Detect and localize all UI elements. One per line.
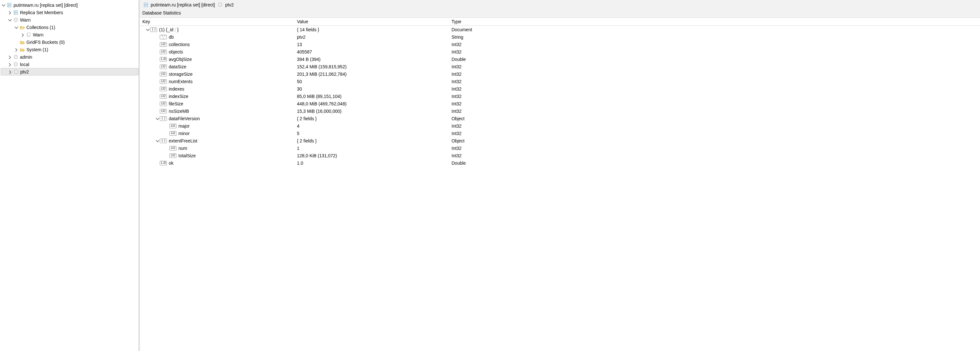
grid-key-label: dataSize bbox=[169, 64, 186, 69]
grid-key-label: indexSize bbox=[169, 94, 188, 99]
grid-cell-type: Object bbox=[449, 137, 980, 144]
grid-key-label: indexes bbox=[169, 86, 184, 91]
grid-row[interactable]: dbptv2String bbox=[140, 33, 980, 41]
grid-cell-type: Int32 bbox=[449, 93, 980, 100]
grid-cell-type: Int32 bbox=[449, 41, 980, 48]
folder-open-icon bbox=[19, 24, 25, 30]
chevron-down-icon[interactable] bbox=[154, 138, 160, 144]
breadcrumb-server[interactable]: putinteam.ru [replica set] [direct] bbox=[151, 2, 215, 7]
grid-type-label: Double bbox=[452, 57, 466, 62]
grid-cell-value: { 2 fields } bbox=[294, 115, 449, 122]
grid-row[interactable]: extentFreeList{ 2 fields }Object bbox=[140, 137, 980, 144]
grid-cell-type: Document bbox=[449, 26, 980, 33]
tree-node-collections[interactable]: Collections (1) bbox=[1, 24, 138, 31]
grid-key-label: db bbox=[169, 35, 174, 40]
grid-row[interactable]: num1Int32 bbox=[140, 144, 980, 152]
grid-row[interactable]: objects405587Int32 bbox=[140, 48, 980, 56]
server-icon bbox=[143, 2, 149, 8]
chevron-down-icon[interactable] bbox=[7, 18, 12, 22]
grid-key-label: totalSize bbox=[178, 153, 196, 158]
tree-node-server[interactable]: putinteam.ru [replica set] [direct] bbox=[1, 1, 138, 9]
tree-node-db-admin[interactable]: admin bbox=[1, 53, 138, 61]
breadcrumb-bar: putinteam.ru [replica set] [direct] ptv2… bbox=[140, 0, 980, 18]
grid-cell-type: Double bbox=[449, 56, 980, 63]
grid-row[interactable]: indexSize85,0 MiB (89,151,104)Int32 bbox=[140, 93, 980, 100]
grid-cell-key: major bbox=[140, 122, 294, 129]
server-icon bbox=[13, 10, 19, 16]
grid-cell-value: 1 bbox=[294, 144, 449, 152]
twisty-spacer bbox=[154, 35, 160, 40]
connection-tree[interactable]: putinteam.ru [replica set] [direct] Repl… bbox=[0, 0, 138, 351]
tree-node-system[interactable]: System (1) bbox=[1, 46, 138, 53]
int32-type-icon bbox=[169, 146, 177, 150]
grid-type-label: Int32 bbox=[452, 86, 461, 91]
grid-cell-key: num bbox=[140, 144, 294, 152]
double-type-icon bbox=[160, 161, 167, 165]
grid-row[interactable]: fileSize448,0 MiB (469,762,048)Int32 bbox=[140, 100, 980, 107]
grid-type-label: Int32 bbox=[452, 153, 461, 158]
chevron-down-icon[interactable] bbox=[145, 27, 150, 32]
grid-row[interactable]: storageSize201,3 MiB (211,062,784)Int32 bbox=[140, 70, 980, 78]
grid-row[interactable]: major4Int32 bbox=[140, 122, 980, 129]
grid-cell-value: 5 bbox=[294, 129, 449, 137]
grid-type-label: Int32 bbox=[452, 131, 461, 136]
grid-row[interactable]: totalSize128,0 KiB (131,072)Int32 bbox=[140, 152, 980, 159]
grid-cell-type: Int32 bbox=[449, 70, 980, 78]
twisty-spacer bbox=[154, 72, 160, 77]
tree-label: putinteam.ru [replica set] [direct] bbox=[12, 3, 78, 8]
grid-key-label: dataFileVersion bbox=[169, 116, 200, 121]
chevron-right-icon[interactable] bbox=[20, 32, 25, 37]
column-header-type[interactable]: Type bbox=[449, 18, 980, 26]
tree-label: admin bbox=[19, 54, 32, 60]
grid-row[interactable]: collections13Int32 bbox=[140, 41, 980, 48]
chevron-right-icon[interactable] bbox=[14, 47, 19, 52]
chevron-down-icon[interactable] bbox=[1, 3, 6, 8]
chevron-right-icon[interactable] bbox=[7, 10, 12, 15]
string-type-icon bbox=[160, 35, 167, 39]
grid-value-label: 15,3 MiB (16,000,000) bbox=[297, 108, 342, 114]
chevron-right-icon[interactable] bbox=[7, 69, 13, 75]
grid-row[interactable]: ok1.0Double bbox=[140, 159, 980, 167]
grid-key-label: extentFreeList bbox=[169, 138, 197, 144]
chevron-down-icon[interactable] bbox=[154, 116, 160, 121]
grid-row[interactable]: dataFileVersion{ 2 fields }Object bbox=[140, 115, 980, 122]
chevron-right-icon[interactable] bbox=[7, 62, 12, 67]
grid-row[interactable]: (1) {_id : }{ 14 fields }Document bbox=[140, 26, 980, 33]
tree-node-gridfs[interactable]: GridFS Buckets (0) bbox=[1, 38, 138, 46]
grid-type-label: Int32 bbox=[452, 101, 461, 106]
tree-node-collection-warn[interactable]: Warn bbox=[1, 31, 138, 38]
column-header-key[interactable]: Key bbox=[140, 18, 294, 26]
database-icon bbox=[13, 62, 19, 67]
grid-row[interactable]: numExtents50Int32 bbox=[140, 78, 980, 85]
column-header-value[interactable]: Value bbox=[294, 18, 449, 26]
grid-key-label: objects bbox=[169, 49, 183, 54]
tree-node-db-ptv2[interactable]: ptv2 bbox=[1, 68, 138, 75]
tree-node-db-local[interactable]: local bbox=[1, 61, 138, 68]
grid-cell-type: Int32 bbox=[449, 152, 980, 159]
grid-row[interactable]: minor5Int32 bbox=[140, 129, 980, 137]
grid-row[interactable]: indexes30Int32 bbox=[140, 85, 980, 93]
grid-value-label: 1.0 bbox=[297, 161, 303, 166]
grid-value-label: 448,0 MiB (469,762,048) bbox=[297, 101, 347, 106]
tree-node-db-warn[interactable]: Warn bbox=[1, 16, 138, 24]
grid-key-label: num bbox=[178, 146, 187, 151]
twisty-spacer bbox=[154, 79, 160, 84]
chevron-down-icon[interactable] bbox=[14, 25, 19, 30]
stats-grid[interactable]: Key Value Type (1) {_id : }{ 14 fields }… bbox=[140, 18, 980, 351]
grid-cell-key: numExtents bbox=[140, 78, 294, 85]
twisty-spacer bbox=[154, 108, 160, 114]
chevron-right-icon[interactable] bbox=[7, 54, 12, 60]
grid-cell-key: (1) {_id : } bbox=[140, 26, 294, 33]
grid-row[interactable]: nsSizeMB15,3 MiB (16,000,000)Int32 bbox=[140, 107, 980, 115]
grid-row[interactable]: dataSize152,4 MiB (159,815,952)Int32 bbox=[140, 63, 980, 70]
grid-row[interactable]: avgObjSize394 B (394)Double bbox=[140, 56, 980, 63]
breadcrumb-db[interactable]: ptv2 bbox=[225, 2, 234, 7]
grid-cell-type: Int32 bbox=[449, 129, 980, 137]
grid-value-label: 4 bbox=[297, 123, 299, 129]
tree-node-replica-members[interactable]: Replica Set Members bbox=[1, 9, 138, 16]
grid-type-label: Int32 bbox=[452, 108, 461, 114]
grid-cell-key: minor bbox=[140, 129, 294, 137]
twisty-spacer bbox=[164, 131, 169, 136]
grid-type-label: Int32 bbox=[452, 146, 461, 151]
twisty-spacer bbox=[154, 101, 160, 106]
